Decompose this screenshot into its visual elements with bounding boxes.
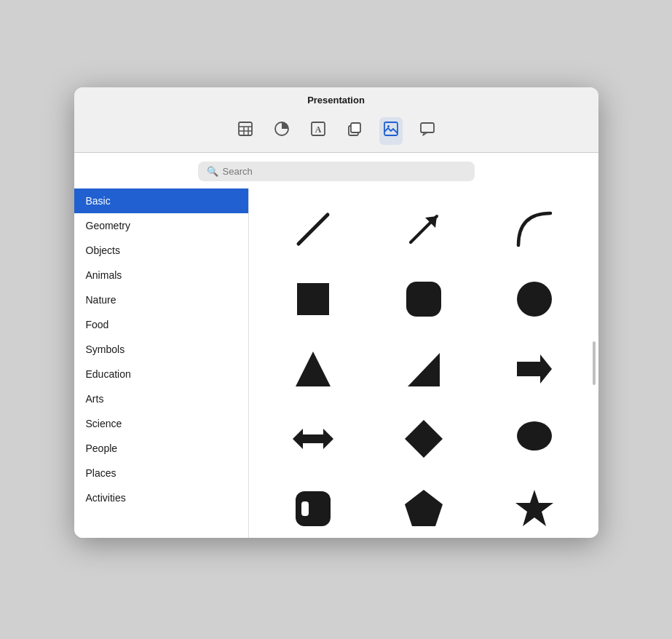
svg-point-18 — [517, 282, 552, 317]
scrollbar-track[interactable] — [593, 341, 596, 385]
shape-diamond[interactable] — [374, 410, 473, 468]
svg-marker-22 — [293, 429, 333, 449]
svg-rect-26 — [296, 491, 331, 526]
category-sidebar: Basic Geometry Objects Animals Nature Fo… — [74, 188, 249, 538]
svg-line-13 — [299, 215, 328, 244]
sidebar-item-basic[interactable]: Basic — [74, 188, 248, 213]
svg-point-11 — [387, 125, 390, 127]
svg-rect-0 — [239, 122, 252, 135]
svg-rect-9 — [351, 123, 360, 132]
shape-pentagon[interactable] — [374, 480, 473, 538]
toolbar: A — [74, 111, 598, 152]
sidebar-item-people[interactable]: People — [74, 436, 248, 461]
svg-marker-28 — [405, 490, 443, 526]
search-wrapper: 🔍 — [198, 162, 475, 181]
image-icon[interactable] — [379, 117, 403, 145]
shape-star[interactable] — [485, 480, 584, 538]
svg-marker-21 — [517, 354, 552, 384]
svg-marker-23 — [405, 420, 443, 458]
svg-marker-29 — [515, 490, 553, 526]
sidebar-item-animals[interactable]: Animals — [74, 263, 248, 287]
svg-rect-16 — [297, 283, 329, 315]
shapes-panel: Presentation — [74, 87, 598, 538]
shape-arrow-up-right[interactable] — [374, 200, 473, 258]
svg-text:A: A — [315, 124, 321, 135]
text-icon[interactable]: A — [307, 117, 330, 145]
shapes-grid — [249, 188, 598, 538]
panel-title: Presentation — [74, 95, 598, 111]
svg-rect-12 — [421, 123, 434, 132]
shape-arrow-right[interactable] — [485, 340, 584, 398]
svg-rect-10 — [384, 122, 398, 135]
sidebar-item-arts[interactable]: Arts — [74, 386, 248, 411]
shape-arc-curve[interactable] — [485, 200, 584, 258]
shape-square[interactable] — [264, 270, 363, 328]
shape-line-diagonal[interactable] — [264, 200, 363, 258]
search-icon: 🔍 — [207, 166, 218, 177]
comment-icon[interactable] — [416, 117, 439, 145]
shape-right-triangle[interactable] — [374, 340, 473, 398]
sidebar-item-symbols[interactable]: Symbols — [74, 337, 248, 362]
title-bar: Presentation — [74, 87, 598, 153]
shape-triangle[interactable] — [264, 340, 363, 398]
search-area: 🔍 — [74, 153, 598, 188]
svg-marker-19 — [296, 352, 331, 386]
sidebar-item-food[interactable]: Food — [74, 312, 248, 337]
sidebar-item-activities[interactable]: Activities — [74, 485, 248, 510]
shape-arrows-lr[interactable] — [264, 410, 363, 468]
sidebar-item-places[interactable]: Places — [74, 461, 248, 485]
search-input[interactable] — [223, 166, 466, 177]
sidebar-item-geometry[interactable]: Geometry — [74, 213, 248, 238]
sidebar-item-education[interactable]: Education — [74, 362, 248, 386]
shape-rounded-rect-indent[interactable] — [264, 480, 363, 538]
svg-rect-27 — [301, 501, 309, 516]
sidebar-item-objects[interactable]: Objects — [74, 238, 248, 263]
shape-circle[interactable] — [485, 270, 584, 328]
shape-speech-bubble[interactable] — [485, 410, 584, 468]
svg-marker-20 — [408, 353, 440, 386]
sidebar-item-nature[interactable]: Nature — [74, 287, 248, 312]
sidebar-item-science[interactable]: Science — [74, 411, 248, 436]
chart-icon[interactable] — [270, 117, 293, 145]
table-icon[interactable] — [234, 117, 257, 145]
svg-rect-17 — [406, 282, 441, 317]
main-content: Basic Geometry Objects Animals Nature Fo… — [74, 188, 598, 538]
svg-point-24 — [517, 421, 552, 451]
shape-rounded-square[interactable] — [374, 270, 473, 328]
layers-icon[interactable] — [343, 117, 366, 145]
